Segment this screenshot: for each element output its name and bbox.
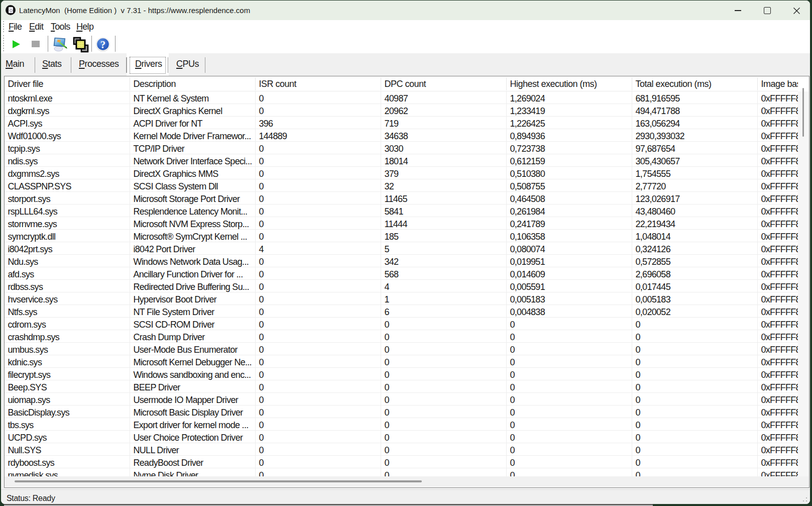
svg-text:?: ?: [100, 39, 106, 51]
